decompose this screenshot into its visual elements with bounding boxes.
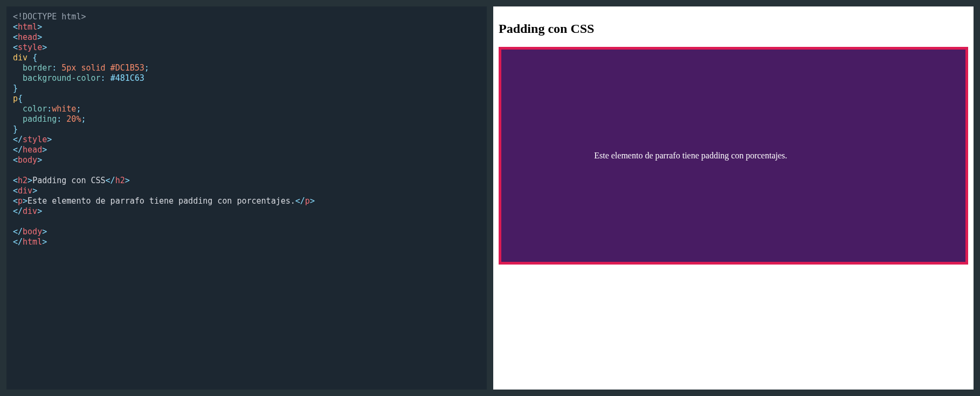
code-line: </style>: [13, 135, 480, 145]
preview-demo-box: Este elemento de parrafo tiene padding c…: [499, 47, 968, 265]
tag-div-close: div: [23, 206, 37, 216]
code-line: [13, 217, 480, 227]
code-line: padding: 20%;: [13, 114, 480, 124]
css-selector-div: div: [13, 53, 32, 62]
tag-h2-open: h2: [18, 176, 27, 185]
tag-html-open: html: [18, 22, 37, 32]
code-line: </head>: [13, 145, 480, 155]
css-val-border: 5px solid #DC1B53: [61, 63, 144, 73]
tag-head-open: head: [18, 32, 37, 42]
code-line: div {: [13, 53, 480, 63]
tag-p-close: p: [305, 196, 310, 206]
code-line: <body>: [13, 155, 480, 165]
tag-html-close: html: [23, 237, 42, 247]
code-line: color:white;: [13, 104, 480, 114]
tag-p-open: p: [18, 196, 23, 206]
code-line: <!DOCTYPE html>: [13, 12, 480, 22]
code-p-text: Este elemento de parrafo tiene padding c…: [27, 196, 295, 206]
code-line: }: [13, 124, 480, 135]
css-prop-border: border: [23, 63, 52, 73]
code-line: <head>: [13, 32, 480, 43]
css-val-bg: #481C63: [111, 73, 144, 83]
tag-head-close: head: [23, 145, 42, 155]
app-root: <!DOCTYPE html><html><head><style>div { …: [0, 0, 980, 396]
code-line: border: 5px solid #DC1B53;: [13, 63, 480, 73]
code-line: background-color: #481C63: [13, 73, 480, 84]
code-line: <h2>Padding con CSS</h2>: [13, 176, 480, 186]
code-h2-text: Padding con CSS: [32, 176, 105, 185]
css-val-padding: 20%: [66, 114, 81, 124]
preview-panel: Padding con CSS Este elemento de parrafo…: [493, 6, 974, 390]
code-line: <p>Este elemento de parrafo tiene paddin…: [13, 196, 480, 206]
code-line: [13, 165, 480, 176]
tag-h2-close: h2: [115, 176, 125, 185]
code-line: <style>: [13, 43, 480, 53]
css-selector-p: p: [13, 94, 18, 103]
code-line: }: [13, 84, 480, 94]
code-line: <div>: [13, 186, 480, 196]
tag-body-open: body: [18, 155, 37, 165]
tag-style-open: style: [18, 43, 42, 52]
tag-body-close: body: [23, 227, 42, 237]
code-line: </body>: [13, 227, 480, 237]
css-prop-bg: background-color: [23, 73, 101, 83]
code-line: <html>: [13, 22, 480, 32]
tag-div-open: div: [18, 186, 32, 196]
code-line: </div>: [13, 206, 480, 217]
code-line: p{: [13, 94, 480, 104]
css-prop-padding: padding: [23, 114, 57, 124]
doctype-text: <!DOCTYPE html>: [13, 12, 86, 22]
preview-heading: Padding con CSS: [499, 22, 968, 36]
preview-paragraph: Este elemento de parrafo tiene padding c…: [501, 58, 965, 253]
code-editor-panel[interactable]: <!DOCTYPE html><html><head><style>div { …: [6, 6, 487, 390]
tag-style-close: style: [23, 135, 47, 144]
code-line: </html>: [13, 237, 480, 247]
css-prop-color: color: [23, 104, 47, 114]
css-val-color: white: [52, 104, 76, 114]
